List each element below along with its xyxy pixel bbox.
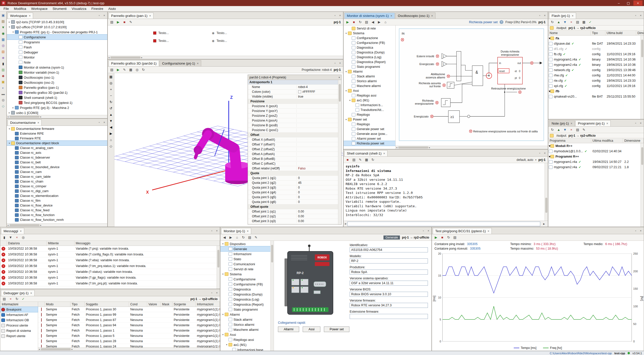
property-row[interactable]: Quota joint 2 (qj2)45: [248, 181, 338, 185]
menu-file[interactable]: File: [1, 6, 11, 11]
scroll-right-icon[interactable]: ▸: [141, 56, 143, 59]
log-icon[interactable]: ▤: [351, 157, 357, 163]
horizontal-scrollbar[interactable]: ◂▸: [7, 115, 107, 118]
program-row[interactable]: myprogram1.r4a✓19/04/2021 14:50:272.2: [548, 159, 644, 164]
message-row[interactable]: ×10/03/2022 10:36:58sysm-1Variabile (?.t…: [0, 263, 220, 269]
menu-strumenti[interactable]: Strumenti: [50, 6, 69, 11]
property-row[interactable]: Offset quote: [248, 204, 338, 209]
play-icon[interactable]: ▶: [115, 19, 121, 25]
documentation-tree-item[interactable]: ▾Documentazione object block: [7, 141, 107, 145]
property-row[interactable]: Posizione Y (posY): [248, 109, 338, 113]
column-header-tipo[interactable]: Tipo: [70, 302, 85, 307]
back-icon[interactable]: ◀: [222, 235, 227, 240]
expand-arrow-icon[interactable]: ▾: [348, 99, 352, 102]
column-header-programma[interactable]: Programma: [548, 138, 591, 143]
property-value[interactable]: Falso: [297, 167, 338, 170]
flash-row[interactable]: network.cfg✓config19/02/2021 13:39:46: [548, 67, 644, 73]
message-row[interactable]: ×10/03/2022 10:36:58sysm-1Variabile (?.t…: [0, 281, 220, 286]
scroll-thumb[interactable]: [9, 224, 40, 226]
download-icon[interactable]: ▼: [562, 19, 568, 25]
target-icon[interactable]: ◎: [134, 67, 140, 73]
flash-icon[interactable]: ▣: [1, 79, 6, 84]
3d-viewport[interactable]: X Y Z p: [114, 73, 343, 227]
column-header-ultima-modifica[interactable]: Ultima modifica: [591, 138, 623, 143]
breakpoint-row[interactable]: SempreFetchProcesso 1, passo 5NessunaPer…: [38, 333, 220, 339]
column-header-ultima-build[interactable]: Ultima build: [605, 31, 636, 35]
panel-item[interactable]: ◉Testo...: [212, 31, 227, 35]
sysm-tree-item[interactable]: Allarmi power set: [344, 136, 395, 141]
monitor-tree-item[interactable]: Generale: [220, 246, 274, 251]
edit-icon[interactable]: ✎: [357, 157, 363, 163]
vertical-scrollbar[interactable]: [545, 163, 548, 221]
expand-arrow-icon[interactable]: ▾: [8, 26, 11, 28]
monitor-tree-item[interactable]: Configurazione (FB): [220, 282, 274, 287]
close-panel-icon[interactable]: ×: [215, 290, 219, 295]
property-value[interactable]: 0.00: [297, 219, 338, 223]
legend-item[interactable]: Tempo [ms]: [514, 346, 536, 350]
edit-icon[interactable]: ✎: [581, 127, 587, 133]
reset-icon[interactable]: ↻: [446, 235, 451, 240]
expand-arrow-icon[interactable]: ▸: [11, 106, 15, 109]
workspace-path[interactable]: C:\Users\Alex\Robox\Rde3\Workspaces\test…: [550, 352, 612, 355]
sysm-tree-item[interactable]: Configurazione: [344, 36, 395, 40]
float-panel-icon[interactable]: ▫: [633, 13, 638, 18]
close-panel-icon[interactable]: ×: [426, 228, 431, 233]
breakpoint-row[interactable]: SempreFetchProcesso 1, passo 30NessunaPe…: [38, 307, 220, 312]
tab-pingpong-test[interactable]: Test ping/pong BCC/31 (pptest-1) ×: [433, 228, 492, 234]
property-value[interactable]: 0: [297, 195, 338, 199]
grid-icon[interactable]: ▦: [364, 157, 369, 163]
workspace-tree-item[interactable]: Programmi: [7, 40, 107, 45]
help-icon[interactable]: ◇: [1, 103, 6, 109]
close-panel-icon[interactable]: ×: [338, 13, 342, 18]
property-row[interactable]: Offset joint 1 (oj1)0.00: [248, 209, 338, 214]
refresh-icon[interactable]: ↻: [141, 67, 146, 73]
sysm-tree-item[interactable]: Riepilogo assi: [344, 93, 395, 98]
close-panel-icon[interactable]: ×: [102, 120, 107, 125]
message-row[interactable]: ×10/03/2022 10:36:58sysm-1Variabile (?.s…: [0, 269, 220, 275]
sysm-tree-item[interactable]: Diagnostica (Report): [344, 60, 395, 64]
shell-icon[interactable]: ▮: [1, 61, 6, 66]
monitor-tree-item[interactable]: ▾Assi: [220, 332, 274, 337]
close-tab-icon[interactable]: ×: [197, 62, 199, 65]
message-row[interactable]: ×10/03/2022 10:36:58sysm-1Variabile (?.p…: [0, 246, 220, 252]
wireframe-icon[interactable]: ◇: [108, 143, 114, 149]
debugger-nav-item[interactable]: Report di sistema: [0, 328, 38, 333]
property-row[interactable]: Antropomorfo 1: [248, 80, 338, 85]
expand-arrow-icon[interactable]: ▸: [8, 111, 11, 114]
documentation-tree-item[interactable]: Classe rc_elementlocation: [7, 193, 107, 198]
float-panel-icon[interactable]: ▫: [210, 228, 214, 233]
program-row[interactable]: ▾Moduli R++: [548, 143, 644, 149]
home-icon[interactable]: ⌂: [234, 235, 240, 240]
close-panel-icon[interactable]: ×: [543, 13, 547, 18]
sysm-tree-item[interactable]: Configurazione (FB): [344, 40, 395, 45]
property-row[interactable]: Nomerobot-4: [248, 85, 338, 90]
scroll-right-icon[interactable]: ▸: [429, 146, 430, 149]
close-tab-icon[interactable]: ×: [30, 291, 32, 295]
delete-icon[interactable]: ×: [569, 127, 574, 133]
property-value[interactable]: 0: [297, 200, 338, 204]
field-input[interactable]: Robox SpA: [350, 270, 428, 275]
scroll-thumb[interactable]: [41, 348, 71, 350]
property-row[interactable]: Posizione X (posX): [248, 104, 338, 109]
property-row[interactable]: Offset X (offsetX): [248, 137, 338, 142]
scroll-left-icon[interactable]: ◂: [7, 115, 9, 118]
message-row[interactable]: ×10/03/2022 10:36:58sysm-1Variabile (?.e…: [0, 257, 220, 263]
grid-icon[interactable]: ▦: [581, 19, 587, 25]
close-panel-icon[interactable]: ×: [338, 61, 342, 65]
expand-arrow-icon[interactable]: ▾: [11, 31, 15, 33]
debugger-icon[interactable]: ◐: [1, 85, 6, 91]
debugger-nav-item[interactable]: Informazioni AF: [0, 312, 38, 317]
close-tab-icon[interactable]: ×: [29, 14, 31, 18]
field-input[interactable]: [350, 314, 428, 319]
debugger-nav-item[interactable]: Processi utente: [0, 323, 38, 328]
debugger-nav-item[interactable]: Breakpoint: [0, 307, 38, 312]
horizontal-scrollbar[interactable]: ◂▸: [38, 347, 220, 351]
documentation-tree-item[interactable]: Classe rc_flow_function: [7, 213, 107, 217]
debugger-nav-item[interactable]: Report utente: [0, 333, 38, 339]
monitor-tree-item[interactable]: Diagnostica: [220, 287, 274, 292]
vertical-scrollbar[interactable]: [338, 80, 341, 224]
monitor-tree-item[interactable]: Maschere allarmi: [220, 327, 274, 332]
flash-row[interactable]: ▾/fb: [548, 88, 644, 94]
current-view-link[interactable]: Richiesta power set: [469, 20, 498, 24]
monitor-tree-item[interactable]: Diagnostica (Dump): [220, 292, 274, 297]
